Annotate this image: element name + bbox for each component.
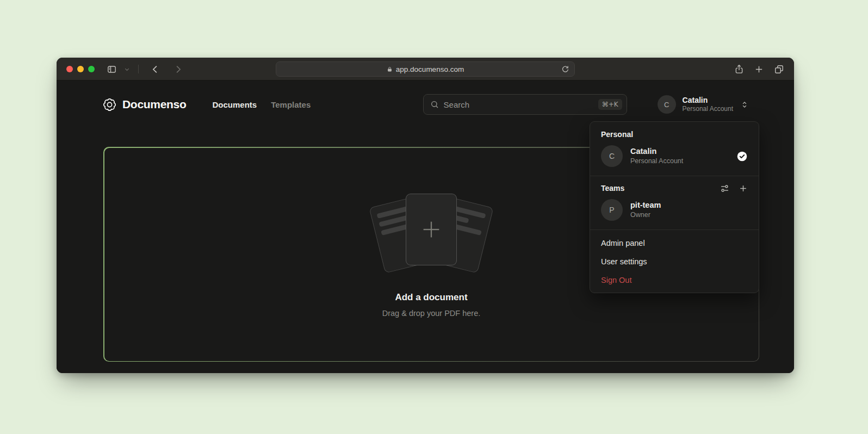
search-bar[interactable]: ⌘+K bbox=[423, 94, 627, 115]
menu-item-sign-out[interactable]: Sign Out bbox=[590, 271, 759, 289]
team-name: pit-team bbox=[630, 200, 661, 210]
account-meta[interactable]: Catalin Personal Account bbox=[683, 96, 733, 114]
account-name: Catalin bbox=[683, 96, 733, 106]
personal-account-name: Catalin bbox=[630, 146, 683, 157]
personal-account-subtitle: Personal Account bbox=[630, 157, 683, 165]
minimize-window-button[interactable] bbox=[77, 66, 84, 72]
search-shortcut-badge: ⌘+K bbox=[598, 99, 622, 110]
menu-divider bbox=[590, 176, 759, 176]
team-role: Owner bbox=[630, 210, 661, 219]
add-plus-icon bbox=[419, 217, 444, 242]
sidebar-chevron-down-icon[interactable] bbox=[124, 66, 130, 72]
dropzone-title: Add a document bbox=[395, 292, 467, 303]
document-stack-illustration bbox=[363, 191, 499, 277]
close-window-button[interactable] bbox=[66, 66, 73, 72]
account-subtitle: Personal Account bbox=[683, 105, 733, 113]
browser-window: app.documenso.com bbox=[57, 58, 794, 373]
new-tab-plus-icon[interactable] bbox=[754, 65, 764, 74]
account-menu-trigger[interactable]: C Catalin Personal Account bbox=[658, 95, 748, 114]
address-bar[interactable]: app.documenso.com bbox=[276, 61, 575, 77]
back-button-icon[interactable] bbox=[150, 64, 160, 75]
selected-check-icon bbox=[736, 151, 748, 162]
chevrons-up-down-icon[interactable] bbox=[741, 101, 748, 109]
nav-item-templates[interactable]: Templates bbox=[271, 100, 311, 109]
page-content: Documenso Documents Templates ⌘+K C Cata… bbox=[57, 80, 794, 373]
menu-item-user-settings[interactable]: User settings bbox=[590, 252, 759, 271]
primary-nav: Documents Templates bbox=[213, 100, 311, 109]
documenso-logo-icon bbox=[102, 97, 117, 112]
manage-teams-icon[interactable] bbox=[720, 184, 729, 193]
sidebar-toggle-icon[interactable] bbox=[107, 64, 117, 75]
zoom-window-button[interactable] bbox=[88, 66, 95, 72]
search-icon bbox=[430, 100, 439, 109]
reload-icon[interactable] bbox=[561, 65, 570, 74]
url-text[interactable]: app.documenso.com bbox=[396, 65, 464, 73]
team-item-pit-team[interactable]: P pit-team Owner bbox=[597, 195, 752, 225]
personal-section-label: Personal bbox=[597, 127, 752, 141]
search-input[interactable] bbox=[444, 100, 593, 109]
account-avatar[interactable]: C bbox=[658, 95, 676, 114]
share-icon[interactable] bbox=[734, 64, 744, 75]
forward-button-icon[interactable] bbox=[173, 64, 183, 75]
teams-section-label: Teams bbox=[597, 181, 629, 195]
tls-lock-icon bbox=[387, 66, 393, 73]
brand-home-link[interactable]: Documenso bbox=[102, 97, 187, 112]
stack-card-center bbox=[406, 194, 457, 265]
dropzone-subtitle: Drag & drop your PDF here. bbox=[382, 309, 481, 318]
brand-name: Documenso bbox=[122, 98, 187, 111]
account-dropdown-menu: Personal C Catalin Personal Account bbox=[590, 121, 759, 293]
traffic-lights bbox=[66, 66, 95, 72]
tab-overview-icon[interactable] bbox=[774, 64, 784, 75]
toolbar-divider bbox=[138, 65, 139, 73]
add-team-plus-icon[interactable] bbox=[739, 184, 748, 193]
personal-account-avatar: C bbox=[601, 145, 623, 167]
menu-divider bbox=[590, 230, 759, 230]
browser-toolbar: app.documenso.com bbox=[57, 58, 794, 80]
personal-account-item[interactable]: C Catalin Personal Account bbox=[597, 141, 752, 171]
nav-item-documents[interactable]: Documents bbox=[213, 100, 257, 109]
menu-item-admin-panel[interactable]: Admin panel bbox=[590, 234, 759, 252]
team-avatar: P bbox=[601, 199, 623, 221]
